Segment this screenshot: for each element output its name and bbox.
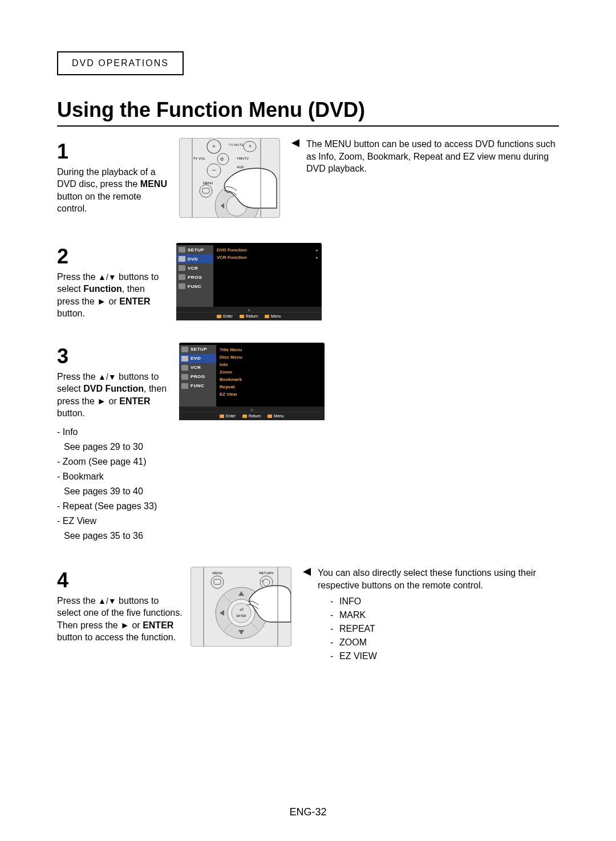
left-arrow-icon [291,139,299,147]
note-item: MARK [330,608,559,622]
osd-tab-prog: PROG [179,372,216,381]
play-icon: ► [97,296,106,306]
osd-footer-enter: Enter [217,314,233,318]
note-item: EZ VIEW [330,649,559,663]
return-label: RETURN [260,571,274,575]
osd-tab-vcr: VCR [179,363,216,372]
step-1: 1 During the playback of a DVD disc, pre… [57,138,559,220]
osd-tab-setup: SETUP [176,245,213,254]
page-title: Using the Function Menu (DVD) [57,98,559,127]
svg-point-7 [200,185,212,197]
step-4-text: 4 Press the ▲/▼ buttons to select one of… [57,567,183,644]
osd-footer-return: Return [242,414,261,418]
trk-label: TRK/TV [237,157,249,160]
step-number-1: 1 [57,140,68,163]
step-4: 4 Press the ▲/▼ buttons to select one of… [57,567,559,663]
menu-label: MENU [203,181,213,185]
remote-figure-4: MENU RETURN ⏎ ENTER [191,567,291,649]
osd-item: Zoom [220,368,321,376]
osd-tab-dvd: DVD [179,354,216,363]
right-arrow-icon: ► [315,256,318,259]
play-icon: ► [97,396,106,406]
osd-figure-2: SETUP DVD VCR PROG FUNC DVD Function► VC… [176,243,322,319]
osd-footer-menu: Menu [265,314,281,318]
return-icon [262,579,270,586]
aud-label: AUD [237,165,244,169]
osd-tab-func: FUNC [179,381,216,391]
note-item: REPEAT [330,622,559,636]
osd-tab-vcr: VCR [176,263,213,273]
osd-tab-dvd: DVD [176,254,213,263]
step-4-note: You can also directly select these funct… [306,567,559,663]
step-1-note: The MENU button can be used to access DV… [295,138,559,175]
step-2-text: 2 Press the ▲/▼ buttons to select Functi… [57,243,168,320]
section-header: DVD OPERATIONS [57,51,184,75]
left-arrow-icon [303,568,311,576]
svg-rect-14 [214,579,221,584]
step-1-text: 1 During the playback of a DVD disc, pre… [57,138,171,215]
up-down-icon: ▲/▼ [98,372,116,381]
svg-point-4 [217,153,229,165]
step-number-3: 3 [57,344,68,368]
osd-footer-enter: Enter [220,414,236,418]
tv-vol-label: TV VOL [193,157,206,160]
step-3: 3 Press the ▲/▼ buttons to select DVD Fu… [57,343,559,544]
osd-figure-3: SETUP DVD VCR PROG FUNC Title Menu Disc … [179,343,325,419]
note-item: ZOOM [330,636,559,649]
osd-item: EZ View [220,391,321,398]
up-down-icon: ▲/▼ [98,273,116,282]
step-3-text: 3 Press the ▲/▼ buttons to select DVD Fu… [57,343,171,544]
step-3-sublist: - Info See pages 29 to 30 - Zoom (See pa… [57,425,171,543]
page-number: ENG-32 [0,806,616,818]
osd-item: Title Menu [220,346,321,354]
play-icon: ► [120,620,129,630]
svg-point-18 [232,603,251,623]
osd-tab-prog: PROG [176,273,213,282]
right-arrow-icon: ► [315,249,318,252]
osd-footer-return: Return [240,314,258,318]
osd-item: Bookmark [220,376,321,383]
menu-label: MENU [212,571,222,575]
osd-item-vcr-function: VCR Function► [217,254,318,261]
note-item: INFO [330,595,559,608]
remote-figure-1: + TV MUTE ∧ TV VOL TRK/TV − AUD MENU [179,138,280,220]
osd-item: Info [220,361,321,368]
osd-item-dvd-function: DVD Function► [217,246,318,254]
osd-item: Repeat [220,383,321,391]
osd-item: Disc Menu [220,354,321,361]
svg-rect-8 [202,188,209,193]
svg-text:+: + [212,143,216,149]
step-number-4: 4 [57,568,68,592]
tv-mute-label: TV MUTE [229,143,244,147]
svg-text:⏎: ⏎ [240,607,244,612]
osd-tab-func: FUNC [176,282,213,291]
up-down-icon: ▲/▼ [98,596,116,606]
enter-label: ENTER [237,614,246,617]
osd-tab-setup: SETUP [179,345,216,354]
svg-text:−: − [212,165,216,174]
mute-icon [220,157,224,161]
osd-footer-menu: Menu [268,414,284,418]
svg-text:∧: ∧ [249,144,252,148]
step-number-2: 2 [57,245,68,268]
step-2: 2 Press the ▲/▼ buttons to select Functi… [57,243,559,320]
svg-point-13 [211,576,224,588]
